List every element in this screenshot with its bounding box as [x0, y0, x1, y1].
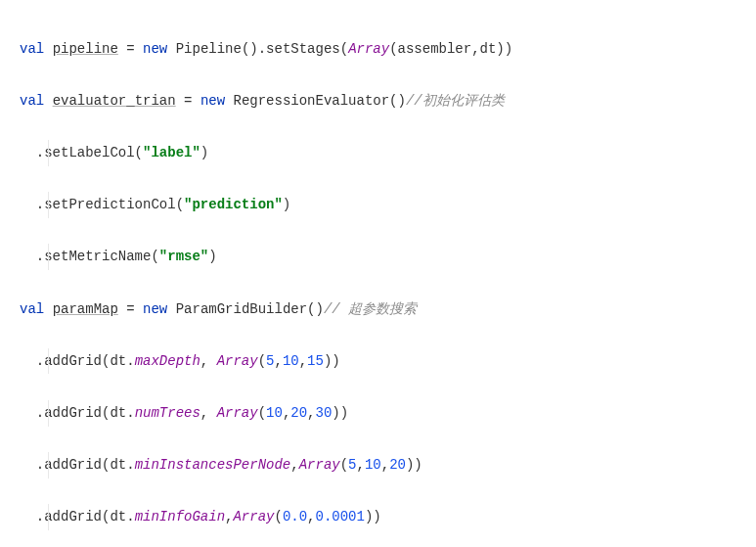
code-line: .addGrid(dt.minInfoGain,Array(0.0,0.0001… [20, 504, 736, 530]
var-parammap: paramMap [53, 301, 118, 317]
code-line: .addGrid(dt.maxDepth, Array(5,10,15)) [20, 348, 736, 375]
string-literal: "prediction" [184, 197, 283, 212]
var-evaluator: evaluator_trian [53, 93, 176, 109]
code-block: val pipeline = new Pipeline().setStages(… [0, 0, 756, 547]
code-line: .setMetricName("rmse") [20, 244, 736, 270]
member-mininfogain: minInfoGain [135, 509, 225, 524]
code-line: .setPredictionCol("prediction") [20, 192, 736, 218]
member-numtrees: numTrees [135, 405, 200, 421]
keyword-val: val [20, 93, 44, 109]
member-maxdepth: maxDepth [135, 353, 200, 369]
code-line: .addGrid(dt.minInstancesPerNode,Array(5,… [20, 452, 736, 479]
comment: //初始化评估类 [406, 93, 505, 109]
keyword-new: new [143, 301, 167, 317]
comment: // 超参数搜索 [324, 301, 417, 317]
member-mininstances: minInstancesPerNode [135, 457, 291, 473]
var-pipeline: pipeline [53, 41, 118, 57]
keyword-val: val [20, 41, 44, 57]
code-line: val pipeline = new Pipeline().setStages(… [20, 36, 736, 63]
string-literal: "rmse" [159, 249, 208, 264]
keyword-new: new [200, 93, 225, 109]
code-line: val evaluator_trian = new RegressionEval… [20, 88, 736, 114]
code-line: .addGrid(dt.numTrees, Array(10,20,30)) [20, 400, 736, 427]
code-line: val paramMap = new ParamGridBuilder()// … [20, 296, 736, 323]
keyword-val: val [20, 301, 44, 317]
string-literal: "label" [143, 145, 200, 160]
keyword-new: new [143, 41, 167, 57]
code-line: .setLabelCol("label") [20, 140, 736, 166]
